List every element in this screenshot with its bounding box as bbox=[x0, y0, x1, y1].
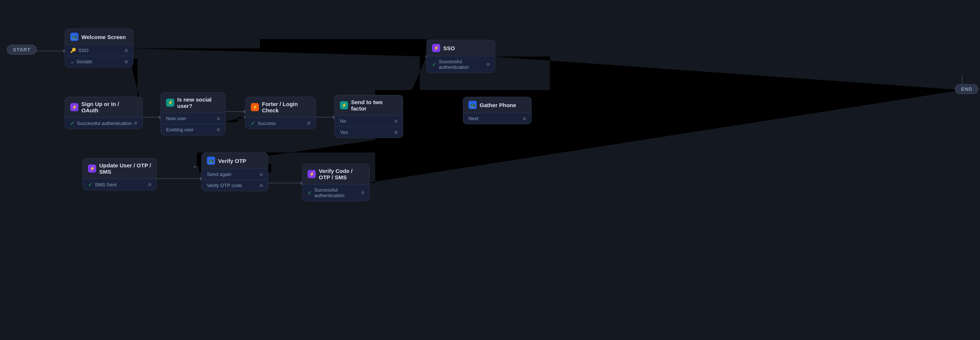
verify-code-icon: ⚡ bbox=[308, 170, 316, 178]
verify-code-auth-connector bbox=[361, 191, 364, 194]
send-two-factor-icon: ⚡ bbox=[340, 101, 348, 109]
socials-connector-right bbox=[125, 60, 128, 63]
end-pill: END bbox=[955, 84, 978, 94]
node-sso-top-row-auth[interactable]: ✓ Successful authentication bbox=[427, 56, 495, 73]
verify-otp-send-again-connector bbox=[260, 173, 262, 176]
gather-phone-icon: 📺 bbox=[468, 101, 477, 109]
sign-up-auth-status: ✓ bbox=[70, 120, 75, 126]
forter-success-status: ✓ bbox=[251, 120, 255, 126]
start-pill: START bbox=[7, 45, 37, 55]
node-verify-code-header: ⚡ Verify Code / OTP / SMS bbox=[302, 164, 369, 184]
node-forter-header: ⚡ Forter / Login Check bbox=[245, 97, 315, 117]
verify-code-auth-status: ✓ bbox=[308, 190, 312, 196]
node-sign-up-row-auth[interactable]: ✓ Successful authentication bbox=[65, 117, 142, 129]
node-is-new-social-row-new[interactable]: New user bbox=[161, 113, 225, 124]
sign-up-auth-connector bbox=[134, 121, 137, 125]
sso-top-icon: ⚡ bbox=[432, 44, 440, 52]
node-gather-phone-row-next[interactable]: Next bbox=[463, 113, 531, 124]
two-factor-yes-connector bbox=[395, 131, 398, 134]
node-is-new-social-header: ⚡ Is new social user? bbox=[161, 93, 225, 113]
node-send-two-factor-row-yes[interactable]: Yes bbox=[335, 126, 403, 137]
node-verify-otp: 📺 Verify OTP Send again Verify OTP code bbox=[201, 153, 268, 191]
sso-auth-connector bbox=[487, 63, 490, 66]
existing-user-connector bbox=[217, 128, 220, 131]
node-verify-code: ⚡ Verify Code / OTP / SMS ✓ Successful a… bbox=[302, 164, 370, 201]
node-sso-top: ⚡ SSO ✓ Successful authentication bbox=[426, 40, 495, 73]
is-new-social-icon: ⚡ bbox=[166, 99, 174, 107]
verify-otp-code-connector bbox=[260, 184, 262, 187]
node-forter: ⚡ Forter / Login Check ✓ Success bbox=[245, 97, 316, 129]
node-welcome: 📺 Welcome Screen 🔑 SSO ⌄ Socials bbox=[65, 29, 134, 67]
sign-up-icon: ⚡ bbox=[70, 103, 78, 111]
forter-success-connector bbox=[307, 121, 310, 125]
node-gather-phone: 📺 Gather Phone Next bbox=[463, 97, 531, 124]
node-is-new-social-row-existing[interactable]: Existing user bbox=[161, 124, 225, 135]
update-user-sms-connector bbox=[148, 183, 151, 186]
gather-phone-next-connector bbox=[523, 117, 526, 120]
node-is-new-social: ⚡ Is new social user? New user Existing … bbox=[161, 92, 226, 136]
sso-connector-right bbox=[125, 49, 128, 52]
node-verify-code-row-auth[interactable]: ✓ Successful authentication bbox=[302, 184, 369, 201]
node-send-two-factor-header: ⚡ Send to two factor bbox=[335, 95, 403, 115]
node-verify-otp-header: 📺 Verify OTP bbox=[202, 153, 268, 169]
verify-otp-icon: 📺 bbox=[207, 156, 215, 165]
node-sso-top-header: ⚡ SSO bbox=[427, 40, 495, 56]
welcome-icon: 📺 bbox=[70, 33, 78, 41]
node-send-two-factor-row-no[interactable]: No bbox=[335, 115, 403, 126]
forter-icon: ⚡ bbox=[251, 103, 259, 111]
node-verify-otp-row-code[interactable]: Verify OTP code bbox=[202, 180, 268, 191]
node-sign-up: ⚡ Sign Up or In / OAuth ✓ Successful aut… bbox=[65, 97, 143, 129]
sso-auth-status: ✓ bbox=[432, 61, 436, 67]
node-verify-otp-row-send-again[interactable]: Send again bbox=[202, 169, 268, 180]
node-update-user-header: ⚡ Update User / OTP / SMS bbox=[83, 158, 156, 179]
node-welcome-row-socials[interactable]: ⌄ Socials bbox=[65, 56, 133, 67]
node-sign-up-header: ⚡ Sign Up or In / OAuth bbox=[65, 97, 142, 117]
node-send-two-factor: ⚡ Send to two factor No Yes bbox=[334, 95, 403, 138]
node-welcome-header: 📺 Welcome Screen bbox=[65, 29, 133, 45]
node-welcome-row-sso[interactable]: 🔑 SSO bbox=[65, 45, 133, 56]
node-update-user: ⚡ Update User / OTP / SMS ✓ SMS Sent bbox=[83, 158, 157, 190]
new-user-connector bbox=[217, 117, 220, 120]
update-user-icon: ⚡ bbox=[88, 164, 96, 172]
two-factor-no-connector bbox=[395, 120, 398, 123]
node-update-user-row-sms[interactable]: ✓ SMS Sent bbox=[83, 179, 156, 190]
update-user-sms-status: ✓ bbox=[88, 182, 92, 187]
node-gather-phone-header: 📺 Gather Phone bbox=[463, 97, 531, 113]
node-forter-row-success[interactable]: ✓ Success bbox=[245, 117, 315, 129]
